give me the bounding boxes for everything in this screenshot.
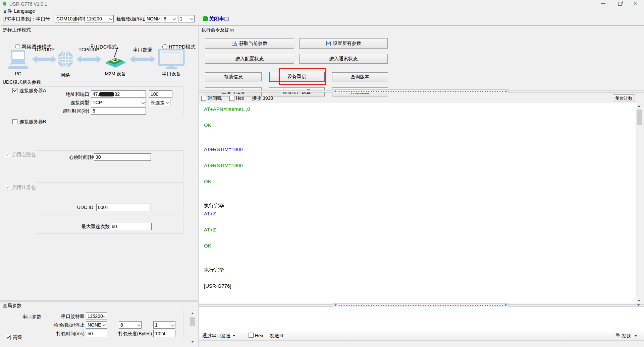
serial-toolbar: [PC串口参数]：串口号 COM10 波特率 115200 检验/数据/停止 N…	[0, 14, 644, 23]
server-port-input[interactable]: 100	[149, 90, 172, 98]
udc-group-title: UDC模式相关参数	[3, 79, 41, 85]
terminal-line	[204, 258, 636, 266]
scroll-up-icon[interactable]	[638, 105, 640, 107]
close-button[interactable]: ×	[634, 1, 637, 6]
splitter-dots	[338, 91, 503, 92]
splitter-arrow-up-icon[interactable]	[334, 90, 337, 92]
heartbeat-time-label: 心跳时间(秒	[64, 154, 94, 160]
command-group-title: 执行命令及提示	[201, 27, 234, 33]
heartbeat-time-input[interactable]: 30	[94, 153, 151, 161]
dropdown-caret-icon[interactable]	[233, 335, 235, 337]
terminal-line	[204, 194, 636, 202]
query-version-button[interactable]: 查询版本	[332, 72, 388, 81]
terminal-line: AT+Z	[204, 210, 636, 218]
pack-len-label: 打包长度(Bytes)	[112, 331, 152, 337]
chevron-down-icon	[103, 323, 106, 327]
scrollbar-thumb[interactable]	[190, 317, 195, 326]
horizontal-splitter-top[interactable]	[199, 90, 644, 92]
tx-hex-label[interactable]: Hex	[255, 333, 263, 339]
set-all-params-button[interactable]: 设置所有参数	[299, 38, 388, 49]
rx-hex-label[interactable]: Hex	[236, 95, 244, 101]
server-addr-input[interactable]: 47.32	[91, 90, 146, 98]
node-m2m-label: M2M 设备	[104, 71, 127, 77]
menu-file[interactable]: 文件	[3, 8, 12, 14]
udc-id-input[interactable]: 0001	[96, 204, 151, 211]
node-network-label: 网络	[57, 72, 74, 78]
enter-config-button[interactable]: 进入配置状态	[205, 54, 294, 64]
global-baud-select[interactable]: 115200	[86, 313, 107, 320]
terminal-line	[204, 218, 636, 226]
dropdown-caret-icon[interactable]	[634, 335, 637, 337]
tx-hex-checkbox[interactable]	[249, 333, 254, 338]
minimize-button[interactable]	[601, 3, 605, 4]
server-a-checkbox[interactable]	[12, 88, 17, 93]
chevron-down-icon	[190, 17, 194, 20]
conn-type-select[interactable]: TCP	[91, 99, 146, 106]
stopbits-select[interactable]: 1	[178, 15, 195, 22]
timestamp-label[interactable]: 时间戳	[208, 95, 222, 101]
tx-count-label: 发送:0	[270, 333, 283, 339]
databits-select[interactable]: 8	[162, 15, 177, 22]
scrollbar-thumb[interactable]	[637, 110, 642, 125]
splitter-grip[interactable]	[333, 89, 508, 93]
global-group-title: 全局参数	[3, 303, 21, 309]
chevron-down-icon	[137, 323, 141, 327]
baud-select[interactable]: 115200	[85, 15, 114, 22]
terminal-line	[204, 169, 636, 178]
splitter-arrow-up-icon[interactable]	[504, 90, 507, 92]
get-params-button[interactable]: 获取当前参数	[205, 38, 294, 49]
close-port-button[interactable]: 关闭串口	[209, 16, 229, 21]
radio-transparent-mode[interactable]	[15, 44, 20, 49]
conn-mode-select[interactable]: 长连接	[149, 99, 170, 106]
link1-label: TCP/UDP	[32, 47, 56, 53]
parity-select[interactable]: NONI	[145, 15, 161, 22]
restore-icon	[619, 1, 623, 4]
help-info-button[interactable]: 帮助信息	[205, 72, 262, 81]
chevron-down-icon	[109, 17, 113, 20]
mode-group-title: 选择工作模式	[3, 27, 31, 33]
advanced-checkbox[interactable]	[6, 335, 11, 340]
terminal-output[interactable]: AT+APN=internet,,,0 OK AT+RSTIM=1800 AT+…	[199, 103, 636, 303]
timeout-input[interactable]: 5	[91, 107, 146, 115]
pack-time-input[interactable]: 50	[86, 330, 107, 337]
scroll-down-icon[interactable]	[638, 300, 640, 301]
udc-id-label: UDC ID	[70, 205, 93, 210]
send-button[interactable]: 发送	[622, 333, 632, 339]
horizontal-splitter-bottom[interactable]	[199, 304, 644, 306]
splitter-dots	[338, 305, 503, 306]
chevron-down-icon	[171, 323, 174, 327]
timestamp-checkbox[interactable]	[201, 96, 206, 101]
reconnect-input[interactable]: 60	[110, 223, 152, 230]
send-via-serial-button[interactable]: 通过串口发送	[202, 333, 230, 339]
enter-comm-button[interactable]: 进入通讯状态	[299, 54, 388, 64]
global-parity-select[interactable]: NONE	[86, 321, 107, 329]
pack-len-input[interactable]: 1024	[153, 330, 175, 337]
server-b-checkbox[interactable]	[12, 119, 17, 124]
server-b-label[interactable]: 连接服务器B	[19, 119, 46, 125]
regpkg-checkbox[interactable]	[5, 185, 10, 190]
global-databits-select[interactable]: 8	[119, 321, 142, 329]
terminal-scrollbar[interactable]	[636, 103, 642, 303]
udc-group-border	[1, 78, 198, 78]
menu-language[interactable]: Language	[14, 8, 35, 14]
radio-httpd-mode[interactable]	[162, 44, 167, 49]
splitter-arrow-down-icon[interactable]	[504, 304, 507, 306]
splitter-arrow-down-icon[interactable]	[334, 304, 337, 306]
advanced-label[interactable]: 高级	[13, 335, 22, 340]
reset-counter-button[interactable]: 复位计数	[613, 94, 635, 102]
scroll-up-icon[interactable]	[191, 313, 194, 314]
addr-label: 地址和端口	[54, 91, 89, 97]
global-stopbits-select[interactable]: 1	[153, 321, 175, 329]
restore-button[interactable]	[618, 2, 622, 6]
scroll-down-icon[interactable]	[191, 341, 194, 343]
rx-hex-checkbox[interactable]	[229, 96, 234, 101]
chevron-down-icon	[103, 315, 106, 318]
left-scrollbar[interactable]	[190, 311, 195, 344]
panel-divider[interactable]	[198, 23, 199, 347]
heartbeat-checkbox[interactable]	[5, 152, 10, 157]
splitter-arrow-down-icon[interactable]	[637, 304, 640, 306]
pc-laptop-icon	[7, 50, 30, 70]
regpkg-label[interactable]: 启用注册包	[12, 185, 36, 190]
heartbeat-label[interactable]: 启用心跳包	[12, 152, 36, 157]
send-input-area[interactable]	[199, 307, 644, 331]
